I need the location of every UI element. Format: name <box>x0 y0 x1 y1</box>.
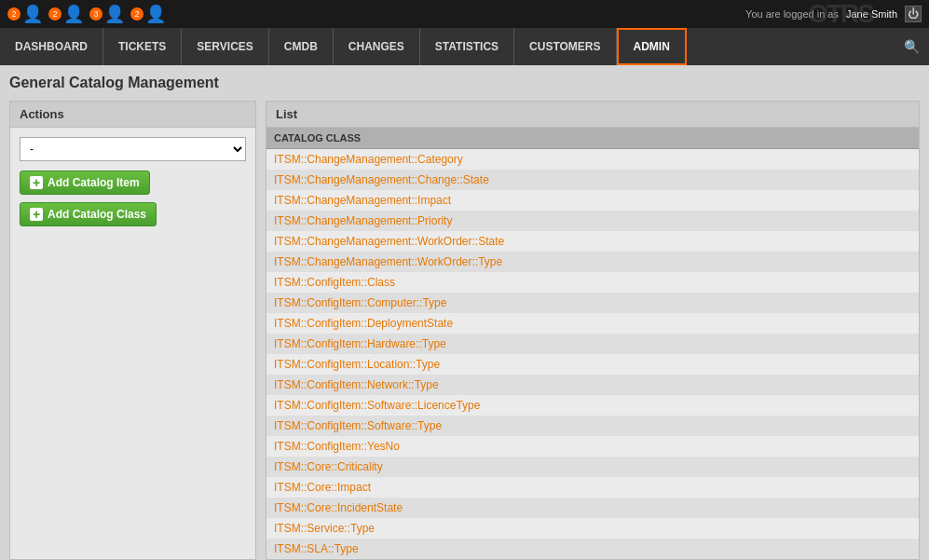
catalog-class-cell[interactable]: ITSM::ChangeManagement::Priority <box>266 211 919 231</box>
content-layout: Actions - + Add Catalog Item + Add Catal… <box>9 101 920 560</box>
catalog-class-cell[interactable]: ITSM::ConfigItem::Location::Type <box>266 354 919 375</box>
top-bar: 2 👤 2 👤 3 👤 2 👤 OTRS You are logged in a… <box>0 0 929 28</box>
catalog-class-cell[interactable]: ITSM::ConfigItem::YesNo <box>266 436 919 457</box>
catalog-class-dropdown[interactable]: - <box>20 137 246 161</box>
catalog-class-cell[interactable]: ITSM::ConfigItem::Network::Type <box>266 375 919 395</box>
catalog-class-cell[interactable]: ITSM::Service::Type <box>266 518 919 539</box>
agent-icon-3[interactable]: 3 👤 <box>89 4 125 24</box>
agent-badge-3: 3 <box>89 7 102 20</box>
add-catalog-item-label: Add Catalog Item <box>48 176 140 189</box>
agent-icon-1[interactable]: 2 👤 <box>7 4 43 24</box>
catalog-table: CATALOG CLASS ITSM::ChangeManagement::Ca… <box>266 128 919 559</box>
table-row[interactable]: ITSM::Core::Impact <box>266 477 919 498</box>
table-row[interactable]: ITSM::ConfigItem::Network::Type <box>266 375 919 395</box>
list-panel: List CATALOG CLASS ITSM::ChangeManagemen… <box>266 101 920 560</box>
table-row[interactable]: ITSM::ConfigItem::Hardware::Type <box>266 334 919 354</box>
agent-icons: 2 👤 2 👤 3 👤 2 👤 <box>7 4 166 24</box>
catalog-class-cell[interactable]: ITSM::ConfigItem::Software::LicenceType <box>266 395 919 416</box>
catalog-class-dropdown-wrapper: - <box>20 137 246 161</box>
page-content: General Catalog Management Actions - + A… <box>0 65 929 560</box>
agent-badge-2: 2 <box>48 7 61 20</box>
search-icon: 🔍 <box>904 39 920 54</box>
otrs-logo: OTRS <box>808 0 873 28</box>
table-row[interactable]: ITSM::ConfigItem::Software::LicenceType <box>266 395 919 416</box>
table-row[interactable]: ITSM::ChangeManagement::WorkOrder::Type <box>266 252 919 272</box>
catalog-class-cell[interactable]: ITSM::ChangeManagement::WorkOrder::State <box>266 231 919 252</box>
table-row[interactable]: ITSM::ConfigItem::YesNo <box>266 436 919 457</box>
table-row[interactable]: ITSM::SLA::Type <box>266 539 919 559</box>
actions-panel-title: Actions <box>10 102 255 128</box>
add-catalog-class-label: Add Catalog Class <box>48 208 146 221</box>
list-panel-title: List <box>266 102 919 128</box>
table-row[interactable]: ITSM::ChangeManagement::Impact <box>266 190 919 211</box>
table-row[interactable]: ITSM::ChangeManagement::WorkOrder::State <box>266 231 919 252</box>
agent-icon-4[interactable]: 2 👤 <box>130 4 166 24</box>
search-button[interactable]: 🔍 <box>895 28 929 65</box>
table-row[interactable]: ITSM::Service::Type <box>266 518 919 539</box>
catalog-class-cell[interactable]: ITSM::Core::Criticality <box>266 457 919 477</box>
catalog-class-cell[interactable]: ITSM::ConfigItem::Class <box>266 272 919 293</box>
logout-button[interactable]: ⏻ <box>905 6 922 22</box>
catalog-class-header: CATALOG CLASS <box>266 128 919 149</box>
nav-services[interactable]: SERVICES <box>182 28 268 65</box>
table-row[interactable]: ITSM::ChangeManagement::Category <box>266 149 919 171</box>
catalog-class-cell[interactable]: ITSM::Core::IncidentState <box>266 498 919 518</box>
actions-panel-body: - + Add Catalog Item + Add Catalog Class <box>10 128 255 243</box>
nav-customers[interactable]: CUSTOMERS <box>514 28 616 65</box>
table-row[interactable]: ITSM::ChangeManagement::Change::State <box>266 170 919 190</box>
table-row[interactable]: ITSM::Core::Criticality <box>266 457 919 477</box>
catalog-class-cell[interactable]: ITSM::ChangeManagement::WorkOrder::Type <box>266 252 919 272</box>
catalog-class-cell[interactable]: ITSM::ChangeManagement::Change::State <box>266 170 919 190</box>
table-row[interactable]: ITSM::ConfigItem::Class <box>266 272 919 293</box>
catalog-class-cell[interactable]: ITSM::ChangeManagement::Category <box>266 149 919 171</box>
catalog-class-cell[interactable]: ITSM::ConfigItem::Software::Type <box>266 416 919 436</box>
nav-cmdb[interactable]: CMDB <box>269 28 334 65</box>
nav-tickets[interactable]: TICKETS <box>103 28 182 65</box>
table-row[interactable]: ITSM::ConfigItem::Computer::Type <box>266 293 919 313</box>
catalog-class-cell[interactable]: ITSM::Core::Impact <box>266 477 919 498</box>
catalog-class-cell[interactable]: ITSM::SLA::Type <box>266 539 919 559</box>
table-row[interactable]: ITSM::ConfigItem::Location::Type <box>266 354 919 375</box>
actions-panel: Actions - + Add Catalog Item + Add Catal… <box>9 101 256 560</box>
nav-dashboard[interactable]: DASHBOARD <box>0 28 103 65</box>
page-title: General Catalog Management <box>9 75 920 91</box>
plus-icon-2: + <box>30 208 43 221</box>
table-row[interactable]: ITSM::ConfigItem::DeploymentState <box>266 313 919 334</box>
table-row[interactable]: ITSM::ConfigItem::Software::Type <box>266 416 919 436</box>
nav-changes[interactable]: CHANGES <box>334 28 420 65</box>
agent-badge-4: 2 <box>130 7 143 20</box>
catalog-class-cell[interactable]: ITSM::ChangeManagement::Impact <box>266 190 919 211</box>
catalog-class-cell[interactable]: ITSM::ConfigItem::Hardware::Type <box>266 334 919 354</box>
agent-icon-2[interactable]: 2 👤 <box>48 4 84 24</box>
nav-admin[interactable]: ADMIN <box>617 28 687 65</box>
table-row[interactable]: ITSM::Core::IncidentState <box>266 498 919 518</box>
main-nav: DASHBOARD TICKETS SERVICES CMDB CHANGES … <box>0 28 929 65</box>
nav-statistics[interactable]: STATISTICS <box>420 28 514 65</box>
add-catalog-item-button[interactable]: + Add Catalog Item <box>20 171 150 195</box>
add-catalog-class-button[interactable]: + Add Catalog Class <box>20 202 157 226</box>
table-row[interactable]: ITSM::ChangeManagement::Priority <box>266 211 919 231</box>
agent-badge-1: 2 <box>7 7 20 20</box>
plus-icon-1: + <box>30 176 43 189</box>
catalog-class-cell[interactable]: ITSM::ConfigItem::Computer::Type <box>266 293 919 313</box>
catalog-class-cell[interactable]: ITSM::ConfigItem::DeploymentState <box>266 313 919 334</box>
